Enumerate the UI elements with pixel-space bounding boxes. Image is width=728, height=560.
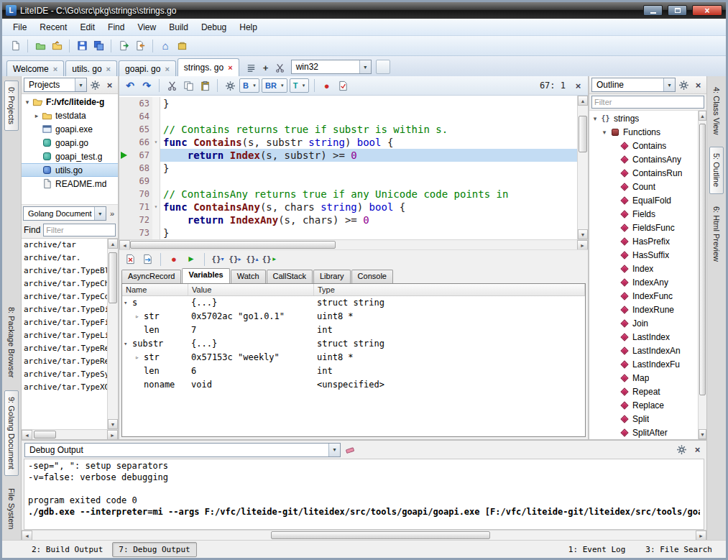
menu-find[interactable]: Find — [101, 19, 131, 35]
side-tab-8-package-browser[interactable]: 8: Package Browser — [4, 300, 19, 384]
tab-close-icon[interactable]: × — [53, 65, 57, 73]
debug-tab-watch[interactable]: Watch — [231, 270, 266, 283]
clear-output-icon[interactable] — [344, 444, 356, 456]
continue-icon[interactable]: ► — [184, 252, 198, 267]
gutter-marker[interactable] — [119, 226, 129, 239]
doc-list-item[interactable]: archive/tar.TypeDir — [22, 303, 107, 316]
scroll-track[interactable] — [108, 249, 118, 419]
code-text[interactable]: func ContainsAny(s, chars string) bool { — [160, 201, 577, 214]
scroll-track[interactable] — [578, 106, 588, 229]
scroll-up-icon[interactable]: ▲ — [578, 96, 588, 106]
code-text[interactable]: return Index(s, substr) >= 0 — [160, 149, 577, 162]
dropdown-arrow-icon[interactable]: ▾ — [279, 83, 286, 88]
code-text[interactable]: // Contains returns true if substr is wi… — [160, 123, 577, 136]
home-icon[interactable]: ⌂ — [158, 39, 172, 53]
expander-icon[interactable]: ▹ — [135, 310, 144, 323]
clear-icon[interactable] — [123, 252, 137, 267]
doc-list-item[interactable]: archive/tar.TypeXGl — [22, 381, 107, 394]
outline-item-equalfold[interactable]: EqualFold — [589, 193, 698, 207]
doc-list-item[interactable]: archive/tar.TypeReg — [22, 355, 107, 368]
close-panel-icon[interactable]: × — [103, 79, 116, 91]
code-line-68[interactable]: 68} — [119, 162, 577, 175]
fold-column[interactable] — [152, 226, 160, 239]
doc-list-item[interactable]: archive/tar.TypeSym — [22, 368, 107, 381]
code-text[interactable]: return IndexAny(s, chars) >= 0 — [160, 214, 577, 226]
gear-icon[interactable] — [678, 79, 690, 91]
build-run-button[interactable]: BR▾ — [262, 78, 287, 93]
outline-item-lastindexan[interactable]: LastIndexAn — [589, 344, 698, 357]
gutter-marker[interactable] — [119, 175, 129, 188]
tab-close-icon[interactable]: × — [106, 65, 111, 73]
scroll-right-icon[interactable]: ► — [107, 430, 118, 439]
combo-arrow-icon[interactable]: ▾ — [663, 78, 675, 91]
outline-item-index[interactable]: Index — [589, 262, 698, 275]
close-panel-icon[interactable]: × — [692, 79, 704, 91]
fold-marker-icon[interactable]: ▾ — [152, 201, 160, 214]
import-icon[interactable] — [133, 39, 147, 53]
fold-column[interactable] — [152, 110, 160, 123]
code-line-71[interactable]: 71▾func ContainsAny(s, chars string) boo… — [119, 201, 577, 214]
variable-row-s[interactable]: ▾s{...}struct string — [122, 296, 585, 310]
outline-item-containsrun[interactable]: ContainsRun — [589, 166, 698, 180]
combo-arrow-icon[interactable]: ▾ — [359, 60, 371, 73]
debug-output-text[interactable]: -sep=", ": setup separators-v=false: ver… — [24, 459, 704, 530]
target-combo[interactable]: win32 ▾ — [291, 60, 372, 74]
gutter-marker[interactable] — [119, 214, 129, 226]
side-tab-4-class-view[interactable]: 4: Class View — [709, 81, 724, 141]
save-file-icon[interactable] — [75, 39, 89, 53]
copy-icon[interactable] — [181, 78, 195, 93]
debug-tab-library[interactable]: Library — [313, 270, 351, 283]
outline-item-lastindex[interactable]: LastIndex — [589, 330, 698, 344]
expander-icon[interactable]: ▾ — [124, 337, 132, 351]
scroll-thumb[interactable] — [699, 124, 706, 395]
editor-tab-strings-go[interactable]: strings. go× — [178, 58, 239, 76]
outline-combo[interactable]: Outline ▾ — [591, 78, 676, 92]
project-item-readme-md[interactable]: README.md — [22, 177, 118, 191]
maximize-button[interactable] — [668, 5, 687, 16]
expander-icon[interactable]: ▹ — [135, 351, 144, 364]
column-header-value[interactable]: Value — [188, 284, 314, 295]
menu-build[interactable]: Build — [162, 19, 195, 35]
code-line-65[interactable]: 65// Contains returns true if substr is … — [119, 123, 577, 136]
scroll-track[interactable] — [699, 121, 706, 429]
cut-icon[interactable] — [165, 78, 179, 93]
fold-column[interactable] — [152, 162, 160, 175]
scroll-thumb[interactable] — [130, 241, 336, 249]
outline-item-count[interactable]: Count — [589, 180, 698, 193]
file-list-icon[interactable] — [245, 61, 258, 74]
fold-column[interactable] — [152, 214, 160, 226]
close-split-icon[interactable] — [274, 61, 287, 74]
debug-output-combo[interactable]: Debug Output ▾ — [24, 443, 341, 457]
outline-item-split[interactable]: Split — [589, 412, 698, 426]
close-panel-icon[interactable]: × — [691, 444, 704, 456]
debug-tab-variables[interactable]: Variables — [182, 268, 229, 283]
code-line-69[interactable]: 69 — [119, 175, 577, 188]
step-into-icon[interactable]: {}▾ — [211, 252, 225, 267]
outline-item-fieldsfunc[interactable]: FieldsFunc — [589, 221, 698, 234]
code-line-64[interactable]: 64 — [119, 110, 577, 123]
scroll-up-icon[interactable]: ▲ — [699, 111, 706, 121]
doc-list-item[interactable]: archive/tar.TypeLin — [22, 329, 107, 342]
scroll-left-icon[interactable]: ◄ — [119, 240, 130, 250]
outline-item-lastindexfu[interactable]: LastIndexFu — [589, 357, 698, 371]
outline-item-functions[interactable]: ▾Functions — [589, 125, 698, 139]
test-button[interactable]: T▾ — [290, 78, 309, 93]
menu-file[interactable]: File — [6, 19, 33, 35]
code-area[interactable]: 63}6465// Contains returns true if subst… — [119, 96, 577, 239]
scroll-track[interactable] — [32, 531, 696, 540]
code-line-67[interactable]: 67 return Index(s, substr) >= 0 — [119, 149, 577, 162]
outline-item-containsany[interactable]: ContainsAny — [589, 152, 698, 166]
editor-horizontal-scrollbar[interactable]: ◄ ► — [119, 239, 588, 249]
status-button-1-event-log[interactable]: 1: Event Log — [562, 542, 632, 557]
minimize-button[interactable] — [643, 5, 663, 16]
scroll-thumb[interactable] — [34, 431, 56, 439]
fold-column[interactable] — [152, 175, 160, 188]
expander-icon[interactable]: ▾ — [23, 98, 32, 106]
outline-item-indexfunc[interactable]: IndexFunc — [589, 289, 698, 303]
code-line-73[interactable]: 73} — [119, 226, 577, 239]
redo-icon[interactable]: ↷ — [139, 78, 154, 93]
code-line-72[interactable]: 72 return IndexAny(s, chars) >= 0 — [119, 214, 577, 226]
code-editor[interactable]: 63}6465// Contains returns true if subst… — [119, 96, 588, 239]
editor-tab-welcome[interactable]: Welcome× — [6, 60, 64, 76]
insert-icon[interactable] — [140, 252, 155, 267]
